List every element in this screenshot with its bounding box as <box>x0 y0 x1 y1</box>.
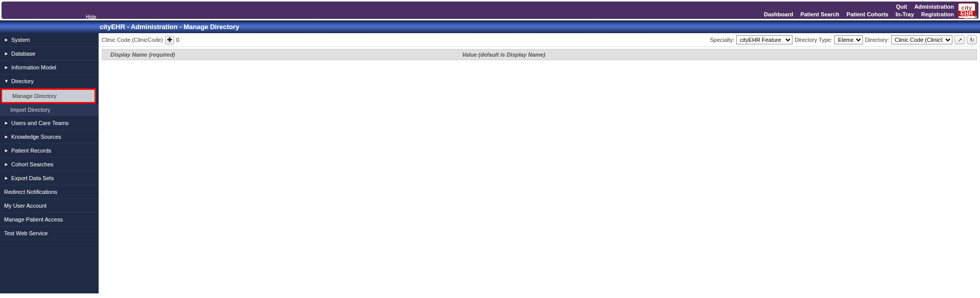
plus-icon: ✚ <box>167 36 172 43</box>
toolbar-left: Clinic Code (ClinicCode) ✚ 0 <box>102 36 179 44</box>
sidebar-item-label: Knowledge Sources <box>11 134 61 140</box>
refresh-icon: ↻ <box>970 37 974 43</box>
add-button[interactable]: ✚ <box>165 36 174 44</box>
sidebar-item-label: Export Data Sets <box>11 175 54 181</box>
sidebar-item-database[interactable]: ►Database <box>0 47 99 61</box>
sidebar-item-export-data-sets[interactable]: ►Export Data Sets <box>0 171 99 185</box>
sidebar-item-label: Patient Records <box>11 147 51 154</box>
sidebar-item-directory[interactable]: ▼Directory <box>0 74 99 88</box>
sidebar-item-test-web-service[interactable]: Test Web Service <box>0 227 99 240</box>
triangle-right-icon: ► <box>4 51 9 56</box>
sidebar-item-label: System <box>11 37 30 43</box>
directory-type-select[interactable]: Element <box>834 35 863 44</box>
hide-sidebar-toggle[interactable]: Hide <box>86 14 97 20</box>
title-bar: cityEHR - Administration - Manage Direct… <box>0 20 980 33</box>
patient-cohorts-link[interactable]: Patient Cohorts <box>847 11 889 17</box>
count-label: 0 <box>176 37 179 43</box>
sidebar-item-label: Manage Patient Access <box>4 216 63 222</box>
directory-select[interactable]: Clinic Code (ClinicCode) <box>891 35 952 44</box>
triangle-right-icon: ► <box>4 148 9 153</box>
sidebar: ►System►Database►Information Model▼Direc… <box>0 33 99 293</box>
quit-link[interactable]: Quit <box>896 4 907 10</box>
triangle-right-icon: ► <box>4 134 9 139</box>
registration-link[interactable]: Registration <box>921 11 954 17</box>
table-header: Display Name (required) Value (default i… <box>102 49 977 60</box>
directory-type-label: Directory Type: <box>795 37 832 43</box>
sidebar-item-system[interactable]: ►System <box>0 33 99 47</box>
main-area: ►System►Database►Information Model▼Direc… <box>0 33 980 293</box>
triangle-right-icon: ► <box>4 176 9 181</box>
sidebar-item-redirect-notifications[interactable]: Redirect Notifications <box>0 185 99 199</box>
th-value: Value (default is Display Name) <box>462 52 968 58</box>
page-title: cityEHR - Administration - Manage Direct… <box>100 23 239 31</box>
triangle-down-icon: ▼ <box>4 79 9 84</box>
sidebar-item-patient-records[interactable]: ►Patient Records <box>0 144 99 158</box>
sidebar-item-label: Users and Care Teams <box>11 120 68 126</box>
th-display-name: Display Name (required) <box>110 52 462 58</box>
sidebar-item-label: Cohort Searches <box>11 161 54 167</box>
sidebar-item-information-model[interactable]: ►Information Model <box>0 61 99 74</box>
sidebar-item-label: Redirect Notifications <box>4 189 57 195</box>
content-area: Clinic Code (ClinicCode) ✚ 0 Specialty: … <box>99 33 980 293</box>
sidebar-item-label: Test Web Service <box>4 230 48 236</box>
sidebar-item-label: Information Model <box>11 64 56 70</box>
export-button[interactable]: ↗ <box>954 35 965 44</box>
export-icon: ↗ <box>958 37 962 43</box>
refresh-button[interactable]: ↻ <box>967 35 977 44</box>
sidebar-item-label: Database <box>11 51 35 57</box>
sidebar-item-users-and-care-teams[interactable]: ►Users and Care Teams <box>0 116 99 130</box>
sidebar-item-my-user-account[interactable]: My User Account <box>0 199 99 213</box>
patient-search-link[interactable]: Patient Search <box>800 11 839 17</box>
toolbar: Clinic Code (ClinicCode) ✚ 0 Specialty: … <box>99 33 980 47</box>
clinic-code-label: Clinic Code (ClinicCode) <box>102 37 163 43</box>
specialty-label: Specialty: <box>710 37 734 43</box>
show-panel-toggle[interactable]: Show <box>964 14 977 20</box>
triangle-right-icon: ► <box>4 162 9 167</box>
sidebar-item-manage-patient-access[interactable]: Manage Patient Access <box>0 213 99 227</box>
specialty-select[interactable]: cityEHR Feature Demo <box>736 35 792 44</box>
sidebar-item-cohort-searches[interactable]: ►Cohort Searches <box>0 158 99 171</box>
sidebar-subitem-manage-directory[interactable]: Manage Directory <box>1 88 96 104</box>
triangle-right-icon: ► <box>4 37 9 42</box>
directory-label: Directory: <box>865 37 889 43</box>
triangle-right-icon: ► <box>4 120 9 126</box>
dashboard-link[interactable]: Dashboard <box>764 11 793 17</box>
sidebar-item-label: My User Account <box>4 203 46 209</box>
sidebar-subitem-import-directory[interactable]: Import Directory <box>0 104 99 116</box>
sidebar-item-label: Directory <box>11 78 34 84</box>
triangle-right-icon: ► <box>4 65 9 70</box>
administration-link[interactable]: Administration <box>914 4 954 10</box>
topbar-row-2: Dashboard Patient Search Patient Cohorts… <box>764 11 954 17</box>
topbar: Quit Administration Dashboard Patient Se… <box>2 2 978 19</box>
sidebar-item-knowledge-sources[interactable]: ►Knowledge Sources <box>0 130 99 144</box>
topbar-links: Quit Administration Dashboard Patient Se… <box>764 3 954 18</box>
in-tray-link[interactable]: In-Tray <box>896 11 914 17</box>
topbar-row-1: Quit Administration <box>896 4 954 10</box>
